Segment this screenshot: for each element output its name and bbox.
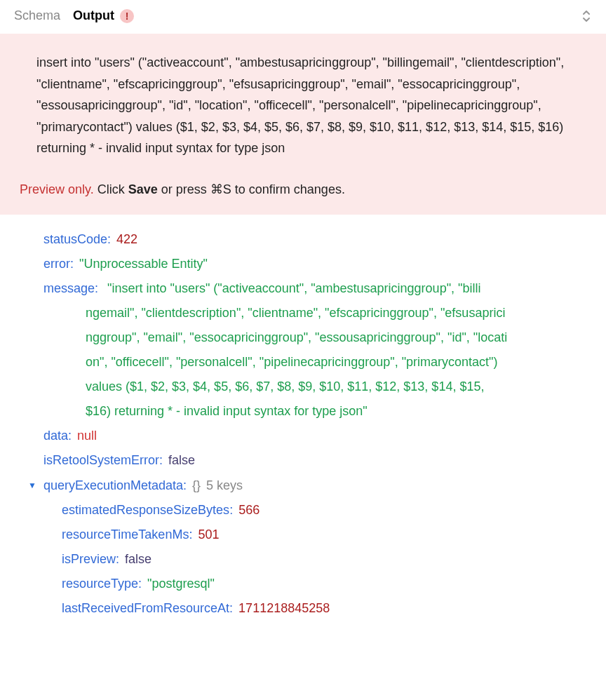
json-key: estimatedResponseSizeBytes (62, 498, 229, 523)
preview-line: Preview only. Click Save or press ⌘S to … (20, 179, 586, 201)
json-key: resourceTimeTakenMs (62, 523, 189, 547)
json-key: statusCode (43, 227, 107, 252)
json-colon: : (116, 547, 119, 572)
json-value: 1711218845258 (238, 596, 330, 621)
preview-only-label: Preview only. (20, 182, 94, 196)
json-colon: : (229, 596, 233, 621)
json-value: 422 (116, 227, 137, 252)
json-value-cont: nggroup", "email", "essocapricinggroup",… (43, 325, 586, 350)
json-row-queryexecutionmetadata: ▼ queryExecutionMetadata: {} 5 keys (20, 473, 586, 498)
tab-output-label: Output (73, 8, 114, 23)
json-row-estimatedresponsesizebytes: estimatedResponseSizeBytes: 566 (20, 498, 586, 523)
json-value-cont: values ($1, $2, $3, $4, $5, $6, $7, $8, … (43, 375, 586, 399)
json-colon: : (107, 227, 111, 252)
preview-or-label: or press ⌘S to confirm changes. (158, 182, 345, 196)
json-row-isretoolsystemerror: isRetoolSystemError: false (20, 448, 586, 473)
json-key: isPreview (62, 547, 116, 572)
json-row-resourcetype: resourceType: "postgresql" (20, 572, 586, 596)
json-key: resourceType (62, 572, 138, 596)
chevron-down-icon[interactable]: ▼ (28, 478, 36, 494)
json-value: 501 (198, 523, 219, 547)
json-row-error: error: "Unprocessable Entity" (20, 252, 586, 276)
tab-schema[interactable]: Schema (14, 8, 60, 23)
json-colon: : (229, 498, 233, 523)
json-row-data: data: null (20, 424, 586, 448)
json-value: false (168, 448, 195, 473)
json-value: 566 (238, 498, 260, 523)
json-value: "postgresql" (147, 572, 215, 596)
json-value-cont: on", "officecell", "personalcell", "pipe… (43, 350, 586, 375)
tab-output[interactable]: Output ! (73, 8, 134, 23)
json-row-lastreceivedfromresourceat: lastReceivedFromResourceAt: 171121884525… (20, 596, 586, 621)
json-row-statuscode: statusCode: 422 (20, 227, 586, 252)
json-key: message (43, 281, 95, 295)
preview-save-label: Save (128, 182, 158, 196)
json-value: false (125, 547, 152, 572)
json-value: "Unprocessable Entity" (79, 252, 208, 276)
json-colon: : (68, 424, 72, 448)
json-key: queryExecutionMetadata (43, 473, 183, 498)
tabs-header: Schema Output ! (0, 0, 606, 34)
json-value: null (77, 424, 97, 448)
collapse-icon[interactable] (581, 9, 592, 23)
json-output: statusCode: 422 error: "Unprocessable En… (0, 215, 606, 628)
exclamation-icon: ! (120, 9, 134, 23)
json-value-cont: ngemail", "clientdescription", "clientna… (43, 301, 586, 325)
json-row-ispreview: isPreview: false (20, 547, 586, 572)
json-meta: 5 keys (206, 473, 243, 498)
json-row-message: message: "insert into "users" ("activeac… (20, 276, 586, 424)
json-colon: : (70, 252, 74, 276)
json-key: error (43, 252, 70, 276)
braces-icon: {} (192, 473, 201, 498)
json-row-resourcetimetakenms: resourceTimeTakenMs: 501 (20, 523, 586, 547)
json-colon: : (189, 523, 192, 547)
json-colon: : (138, 572, 142, 596)
json-colon: : (95, 281, 98, 295)
json-value: "insert into "users" ("activeaccount", "… (107, 281, 480, 295)
json-key: lastReceivedFromResourceAt (62, 596, 229, 621)
json-key: isRetoolSystemError (43, 448, 159, 473)
error-message-text: insert into "users" ("activeaccount", "a… (20, 52, 586, 159)
json-colon: : (159, 448, 163, 473)
json-colon: : (183, 473, 187, 498)
json-key: data (43, 424, 68, 448)
json-value-cont: $16) returning * - invalid input syntax … (43, 399, 586, 424)
error-banner: insert into "users" ("activeaccount", "a… (0, 34, 606, 215)
preview-click-label: Click (97, 182, 128, 196)
